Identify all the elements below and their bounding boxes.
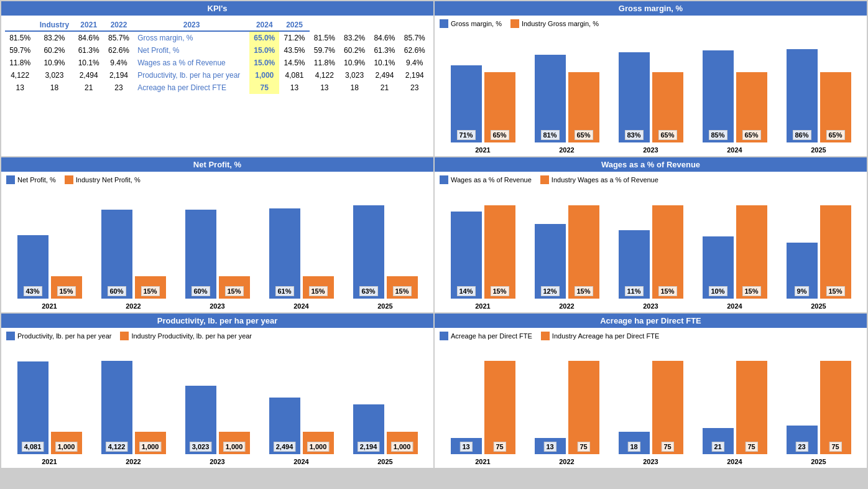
bar-orange: 65% (652, 72, 683, 142)
legend-orange-pr: Industry Productivity, lb. per ha per ye… (120, 332, 252, 340)
bars-row: 4,0811,000 (9, 361, 90, 454)
bars-row: 1875 (610, 361, 691, 454)
bar-wrap-blue: 81% (535, 55, 566, 142)
bar-year-label: 2022 (559, 458, 574, 465)
bar-group: 3,0231,0002023 (177, 386, 258, 465)
bar-label-blue: 13 (459, 442, 472, 452)
kpi-row-value: 3,023 (339, 69, 369, 82)
kpi-row-value: 18 (35, 82, 73, 94)
kpi-row-value: 61.3% (74, 44, 104, 57)
bar-blue: 23 (787, 426, 818, 454)
kpi-row-value: 13 (5, 82, 35, 94)
bar-label-blue: 83% (624, 130, 643, 140)
bar-blue: 60% (185, 210, 216, 299)
bar-wrap-blue: 23 (787, 426, 818, 454)
kpi-row-value: 59.7% (5, 44, 35, 57)
legend-blue-box-ac (440, 332, 448, 340)
bar-year-label: 2024 (727, 302, 742, 310)
legend-orange: Industry Gross margin, % (510, 19, 599, 28)
bar-label-orange: 75 (493, 442, 506, 452)
bar-label-blue: 10% (708, 286, 727, 296)
acreage-panel: Acreage ha per Direct FTE Acreage ha per… (435, 314, 867, 468)
bar-blue: 43% (17, 235, 48, 299)
legend-blue-ac: Acreage ha per Direct FTE (440, 332, 532, 340)
bar-blue: 9% (787, 243, 818, 299)
bar-group: 81%65%2022 (526, 55, 607, 154)
bar-wrap-blue: 10% (703, 236, 734, 299)
bar-orange: 15% (135, 276, 166, 299)
bars-row: 86%65% (778, 49, 859, 142)
bar-wrap-orange: 15% (303, 276, 334, 299)
legend-orange-label: Industry Gross margin, % (522, 20, 599, 27)
bar-wrap-orange: 1,000 (219, 432, 250, 454)
bar-year-label: 2023 (643, 302, 658, 310)
bar-label-orange: 15% (308, 286, 327, 296)
bar-orange: 15% (387, 276, 418, 299)
kpi-row-value: 9.4% (104, 57, 134, 69)
bar-blue: 13 (451, 438, 482, 454)
bar-year-label: 2024 (293, 458, 308, 465)
bar-year-label: 2021 (475, 458, 490, 465)
productivity-panel: Productivity, lb. per ha per year Produc… (1, 314, 433, 468)
legend-blue-box-pr (6, 332, 15, 340)
bar-label-blue: 2,494 (274, 442, 296, 452)
kpi-row: 59.7%60.2%61.3%62.6%Net Profit, %15.0%43… (5, 44, 430, 57)
legend-blue: Gross margin, % (440, 19, 502, 28)
kpi-row-value: 2,494 (74, 69, 104, 82)
bar-wrap-blue: 3,023 (185, 386, 216, 454)
kpi-row-value: 9.4% (400, 57, 430, 69)
legend-orange-label-pr: Industry Productivity, lb. per ha per ye… (131, 332, 252, 340)
bar-wrap-blue: 83% (619, 52, 650, 142)
legend-orange-box-ac (541, 332, 550, 340)
bar-label-orange: 65% (574, 130, 593, 140)
bars-row: 60%15% (93, 210, 174, 299)
bar-label-orange: 75 (577, 442, 589, 452)
bars-row: 63%15% (344, 205, 426, 299)
kpi-row-value: 83.2% (339, 31, 369, 44)
kpi-row-value: 60.2% (339, 44, 369, 57)
bar-label-blue: 13 (543, 442, 556, 452)
bar-label-orange: 15% (392, 286, 411, 296)
bar-label-blue: 11% (624, 286, 643, 296)
bar-label-orange: 65% (742, 130, 760, 140)
bars-row: 83%65% (610, 52, 691, 142)
bar-group: 23752025 (778, 361, 859, 465)
bar-label-orange: 75 (661, 442, 673, 452)
bar-label-blue: 43% (23, 286, 42, 296)
kpi-row-label: Productivity, lb. per ha per year (134, 69, 249, 82)
bar-wrap-orange: 15% (135, 276, 166, 299)
bar-wrap-blue: 2,494 (269, 398, 300, 454)
wages-legend: Wages as a % of Revenue Industry Wages a… (440, 175, 862, 184)
bar-blue: 21 (703, 428, 734, 454)
bar-group: 11%15%2023 (610, 205, 691, 310)
gross-margin-chart: Gross margin, % Industry Gross margin, %… (435, 16, 867, 156)
bar-wrap-orange: 75 (820, 361, 851, 454)
bar-blue: 10% (703, 236, 734, 299)
bar-label-orange: 15% (141, 286, 159, 296)
bar-year-label: 2024 (727, 458, 742, 465)
bars-row: 2175 (694, 361, 775, 454)
bar-label-orange: 15% (826, 286, 844, 296)
bar-label-blue: 21 (711, 442, 724, 452)
bar-wrap-orange: 65% (568, 72, 599, 142)
bar-group: 13752022 (526, 361, 607, 465)
kpi-row-industry: 65.0% (249, 31, 279, 44)
bar-year-label: 2023 (210, 302, 224, 310)
bar-label-blue: 85% (708, 130, 727, 140)
kpi-row-value: 61.3% (369, 44, 399, 57)
bars-row: 61%15% (261, 208, 342, 299)
kpi-tbody: 81.5%83.2%84.6%85.7%Gross margin, %65.0%… (5, 31, 430, 94)
bars-row: 11%15% (610, 205, 691, 299)
kpi-row-value: 84.6% (369, 31, 399, 44)
bar-wrap-orange: 15% (387, 276, 418, 299)
bar-year-label: 2023 (643, 146, 658, 154)
kpi-row-value: 13 (279, 82, 309, 94)
bar-orange: 75 (484, 361, 515, 454)
bar-year-label: 2025 (811, 458, 826, 465)
bar-blue: 81% (535, 55, 566, 142)
bar-orange: 65% (568, 72, 599, 142)
bars-row: 85%65% (694, 50, 775, 142)
bar-orange: 75 (568, 361, 599, 454)
bar-label-blue: 3,023 (190, 442, 212, 452)
bar-year-label: 2022 (126, 458, 141, 465)
